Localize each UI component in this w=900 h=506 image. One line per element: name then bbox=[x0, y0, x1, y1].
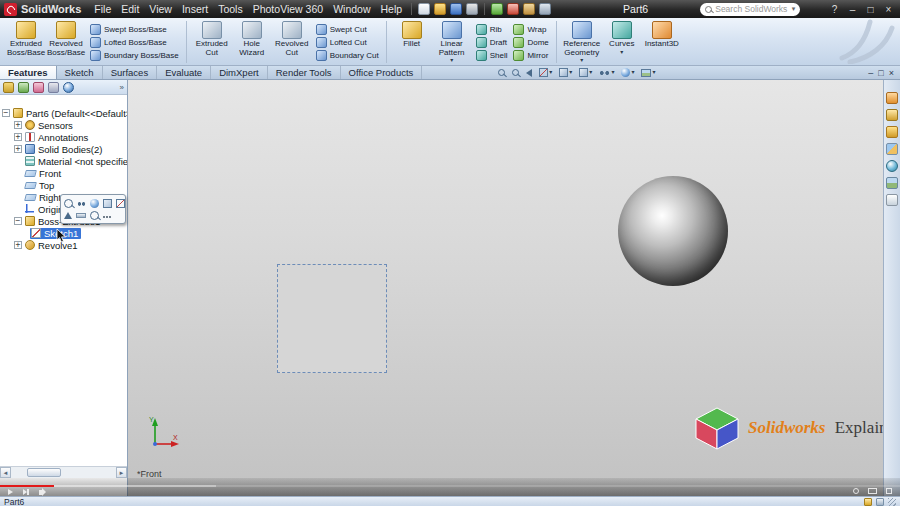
tree-item-sensors[interactable]: + Sensors bbox=[0, 119, 127, 131]
normal-to-icon[interactable] bbox=[64, 212, 72, 219]
search-dropdown-icon[interactable]: ▾ bbox=[792, 5, 796, 13]
tab-sketch[interactable]: Sketch bbox=[57, 66, 103, 79]
expand-icon[interactable]: + bbox=[14, 133, 22, 141]
sphere-body[interactable] bbox=[618, 176, 728, 286]
wrap-button[interactable]: Wrap bbox=[513, 24, 548, 35]
settings-button[interactable] bbox=[853, 488, 859, 494]
doc-minimize-button[interactable]: – bbox=[868, 68, 873, 78]
resize-grip[interactable] bbox=[888, 498, 896, 506]
dropdown-icon[interactable]: ▾ bbox=[450, 57, 453, 64]
graphics-viewport[interactable]: Y X *Front Solidworks Explained bbox=[128, 80, 883, 496]
fullscreen-button[interactable] bbox=[886, 488, 892, 494]
tree-item-part[interactable]: − Part6 (Default<<Default>_Phot bbox=[0, 107, 127, 119]
scrollbar-thumb[interactable] bbox=[27, 468, 61, 477]
displaymanager-tab-icon[interactable] bbox=[63, 82, 74, 93]
expand-icon[interactable]: + bbox=[14, 121, 22, 129]
mirror-button[interactable]: Mirror bbox=[513, 50, 548, 61]
close-button[interactable]: × bbox=[881, 4, 896, 15]
lofted-cut-button[interactable]: Lofted Cut bbox=[316, 37, 379, 48]
dome-button[interactable]: Dome bbox=[513, 37, 548, 48]
boundary-cut-button[interactable]: Boundary Cut bbox=[316, 50, 379, 61]
rebuild-icon[interactable] bbox=[507, 3, 519, 15]
section-view-icon[interactable]: ▾ bbox=[539, 68, 552, 77]
menu-window[interactable]: Window bbox=[328, 0, 375, 18]
save-icon[interactable] bbox=[450, 3, 462, 15]
tab-render-tools[interactable]: Render Tools bbox=[268, 66, 341, 79]
menu-photoview360[interactable]: PhotoView 360 bbox=[248, 0, 328, 18]
open-document-icon[interactable] bbox=[434, 3, 446, 15]
shell-button[interactable]: Shell bbox=[476, 50, 508, 61]
featuremanager-tab-icon[interactable] bbox=[3, 82, 14, 93]
instant3d-button[interactable]: Instant3D bbox=[642, 19, 682, 49]
new-document-icon[interactable] bbox=[418, 3, 430, 15]
view-orientation-icon[interactable]: ▾ bbox=[559, 68, 572, 77]
more-commands-icon[interactable] bbox=[103, 216, 105, 218]
dimxpertmanager-tab-icon[interactable] bbox=[48, 82, 59, 93]
menu-help[interactable]: Help bbox=[376, 0, 408, 18]
theater-mode-button[interactable] bbox=[868, 488, 877, 494]
swept-cut-button[interactable]: Swept Cut bbox=[316, 24, 379, 35]
file-explorer-icon[interactable] bbox=[886, 126, 898, 138]
scenes-icon[interactable] bbox=[886, 177, 898, 189]
selection-filter-icon[interactable] bbox=[523, 3, 535, 15]
tree-item-top-plane[interactable]: Top bbox=[0, 179, 127, 191]
expand-icon[interactable]: + bbox=[14, 145, 22, 153]
tree-item-solid-bodies[interactable]: + Solid Bodies(2) bbox=[0, 143, 127, 155]
extruded-boss-base-button[interactable]: Extruded Boss/Base bbox=[6, 19, 46, 57]
measure-icon[interactable] bbox=[76, 213, 86, 218]
video-progress-bar[interactable] bbox=[0, 485, 54, 487]
appearances-icon[interactable] bbox=[886, 160, 898, 172]
draft-button[interactable]: Draft bbox=[476, 37, 508, 48]
menu-file[interactable]: File bbox=[89, 0, 116, 18]
play-button[interactable] bbox=[8, 489, 13, 495]
propertymanager-tab-icon[interactable] bbox=[18, 82, 29, 93]
hide-show-items-icon[interactable]: ▾ bbox=[599, 69, 614, 76]
minimize-button[interactable]: – bbox=[845, 4, 860, 15]
doc-restore-button[interactable]: □ bbox=[878, 68, 883, 78]
expand-icon[interactable]: + bbox=[14, 241, 22, 249]
apply-scene-icon[interactable]: ▾ bbox=[641, 69, 655, 77]
tab-evaluate[interactable]: Evaluate bbox=[157, 66, 211, 79]
tab-features[interactable]: Features bbox=[0, 66, 57, 79]
tree-horizontal-scrollbar[interactable]: ◄ ► bbox=[0, 466, 127, 478]
print-icon[interactable] bbox=[466, 3, 478, 15]
zoom-fit-icon[interactable] bbox=[498, 69, 505, 76]
next-button[interactable] bbox=[23, 489, 29, 495]
configurationmanager-tab-icon[interactable] bbox=[33, 82, 44, 93]
view-palette-icon[interactable] bbox=[886, 143, 898, 155]
maximize-button[interactable]: □ bbox=[863, 4, 878, 15]
volume-button[interactable] bbox=[39, 490, 43, 495]
zoom-fit-icon[interactable] bbox=[90, 211, 99, 220]
revolved-boss-base-button[interactable]: Revolved Boss/Base bbox=[46, 19, 86, 57]
status-note-icon[interactable] bbox=[864, 498, 872, 506]
zoom-to-selection-icon[interactable] bbox=[64, 199, 73, 208]
curves-button[interactable]: Curves ▾ bbox=[602, 19, 642, 56]
zoom-area-icon[interactable] bbox=[512, 69, 519, 76]
menu-tools[interactable]: Tools bbox=[213, 0, 248, 18]
tab-surfaces[interactable]: Surfaces bbox=[103, 66, 158, 79]
sketch-rectangle[interactable] bbox=[277, 264, 387, 373]
tree-item-material[interactable]: Material <not specified> bbox=[0, 155, 127, 167]
solidworks-resources-icon[interactable] bbox=[886, 92, 898, 104]
display-style-icon[interactable]: ▾ bbox=[579, 68, 592, 77]
custom-properties-icon[interactable] bbox=[886, 194, 898, 206]
linear-pattern-button[interactable]: Linear Pattern ▾ bbox=[432, 19, 472, 64]
rib-button[interactable]: Rib bbox=[476, 24, 508, 35]
edit-appearance-icon[interactable]: ▾ bbox=[621, 68, 634, 77]
menu-edit[interactable]: Edit bbox=[116, 0, 144, 18]
swept-boss-base-button[interactable]: Swept Boss/Base bbox=[90, 24, 179, 35]
scroll-left-button[interactable]: ◄ bbox=[0, 467, 11, 478]
doc-close-button[interactable]: × bbox=[889, 68, 894, 78]
undo-icon[interactable] bbox=[491, 3, 503, 15]
previous-view-icon[interactable] bbox=[526, 69, 532, 77]
options-icon[interactable] bbox=[539, 3, 551, 15]
collapse-icon[interactable]: − bbox=[14, 217, 22, 225]
reference-geometry-button[interactable]: Reference Geometry ▾ bbox=[562, 19, 602, 64]
appearance-icon[interactable] bbox=[90, 199, 99, 208]
hole-wizard-button[interactable]: Hole Wizard bbox=[232, 19, 272, 57]
extruded-cut-button[interactable]: Extruded Cut bbox=[192, 19, 232, 57]
fillet-button[interactable]: Fillet bbox=[392, 19, 432, 49]
hide-show-icon[interactable] bbox=[77, 199, 86, 208]
menu-insert[interactable]: Insert bbox=[177, 0, 213, 18]
lofted-boss-base-button[interactable]: Lofted Boss/Base bbox=[90, 37, 179, 48]
